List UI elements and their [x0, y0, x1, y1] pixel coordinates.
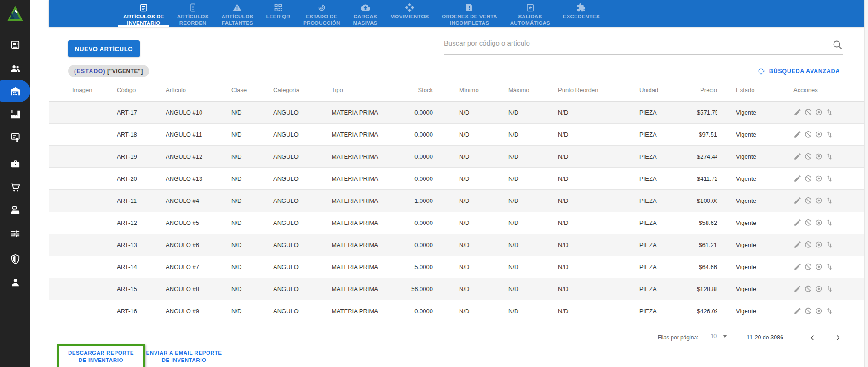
cell-imagen	[49, 234, 117, 256]
tab-leer-qr[interactable]: LEER QR	[259, 0, 297, 27]
edit-pencil-icon[interactable]	[793, 196, 802, 205]
next-page-button[interactable]	[833, 333, 843, 343]
cell-codigo: ART-16	[117, 300, 166, 322]
view-details-icon[interactable]	[815, 307, 823, 315]
cell-punto-reorden: N/D	[558, 256, 639, 278]
cell-estado: Vigente	[717, 256, 777, 278]
view-details-icon[interactable]	[815, 263, 823, 271]
cell-stock: 56.0000	[411, 278, 433, 300]
edit-pencil-icon[interactable]	[793, 152, 802, 161]
tab-label: SALIDAS AUTOMÁTICAS	[510, 13, 550, 27]
warehouse-icon	[10, 86, 21, 97]
table-row: ART-14 ANGULO #7 N/D ANGULO MATERIA PRIM…	[49, 256, 864, 278]
cell-clase: N/D	[231, 189, 273, 212]
swap-vertical-icon[interactable]	[825, 263, 834, 271]
view-details-icon[interactable]	[815, 174, 823, 183]
scrollbar-track[interactable]	[864, 0, 868, 367]
swap-vertical-icon[interactable]	[825, 174, 834, 183]
edit-pencil-icon[interactable]	[793, 263, 802, 271]
sidebar-item-production[interactable]	[0, 104, 30, 124]
view-details-icon[interactable]	[815, 152, 823, 161]
view-details-icon[interactable]	[815, 285, 823, 293]
sidebar-item-portfolio[interactable]	[0, 154, 30, 174]
view-details-icon[interactable]	[815, 108, 823, 116]
swap-vertical-icon[interactable]	[825, 285, 834, 293]
cell-punto-reorden: N/D	[558, 234, 639, 256]
delete-disabled-icon[interactable]	[804, 218, 812, 227]
download-report-link[interactable]: DESCARGAR REPORTE DE INVENTARIO	[68, 350, 134, 364]
cell-minimo: N/D	[433, 212, 508, 234]
view-details-icon[interactable]	[815, 241, 823, 249]
sidebar-item-settings[interactable]	[0, 224, 30, 244]
cell-clase: N/D	[231, 167, 273, 189]
tab-cargas-masivas[interactable]: CARGAS MASIVAS	[347, 0, 384, 27]
sidebar-item-sales[interactable]	[0, 177, 30, 197]
tab-salidas-automaticas[interactable]: SALIDAS AUTOMÁTICAS	[504, 0, 557, 27]
view-details-icon[interactable]	[815, 196, 823, 205]
sidebar-item-certificates[interactable]	[0, 127, 30, 147]
edit-pencil-icon[interactable]	[793, 307, 802, 315]
sidebar-item-news-feed[interactable]	[0, 34, 30, 55]
cell-articulo: ANGULO #11	[166, 123, 231, 145]
view-details-icon[interactable]	[815, 130, 823, 138]
tab-movimientos[interactable]: MOVIMIENTOS	[384, 0, 436, 27]
swap-vertical-icon[interactable]	[825, 307, 834, 315]
delete-disabled-icon[interactable]	[804, 152, 812, 161]
new-article-button[interactable]: NUEVO ARTÍCULO	[68, 40, 140, 57]
tab-label: ARTÍCULOS FALTANTES	[222, 13, 253, 27]
cell-unidad: PIEZA	[639, 123, 697, 145]
swap-vertical-icon[interactable]	[825, 196, 834, 205]
swap-vertical-icon[interactable]	[825, 152, 834, 161]
edit-pencil-icon[interactable]	[793, 174, 802, 183]
search-input[interactable]	[444, 33, 843, 54]
sidebar-item-point-of-sale[interactable]	[0, 200, 30, 220]
tab-articulos-reorden[interactable]: ARTÍCULOS REORDEN	[171, 0, 215, 27]
delete-disabled-icon[interactable]	[804, 241, 812, 249]
view-details-icon[interactable]	[815, 218, 823, 227]
delete-disabled-icon[interactable]	[804, 108, 812, 116]
rows-per-page-select[interactable]: 10	[710, 333, 727, 342]
tab-articulos-faltantes[interactable]: ARTÍCULOS FALTANTES	[215, 0, 260, 27]
advanced-search-link[interactable]: BÚSQUEDA AVANZADA	[757, 67, 840, 75]
cell-maximo: N/D	[508, 167, 558, 189]
cell-clase: N/D	[231, 101, 273, 123]
swap-vertical-icon[interactable]	[825, 130, 834, 138]
delete-disabled-icon[interactable]	[804, 130, 812, 138]
tab-estado-de-produccion[interactable]: ESTADO DE PRODUCCIÓN	[297, 0, 347, 27]
delete-disabled-icon[interactable]	[804, 285, 812, 293]
sidebar-item-customers[interactable]	[0, 58, 30, 78]
cell-stock: 0.0000	[411, 145, 433, 167]
cell-imagen	[49, 101, 117, 123]
chevron-left-icon	[809, 334, 816, 341]
estado-filter-chip[interactable]: (ESTADO) ["VIGENTE"]	[68, 65, 149, 77]
delete-disabled-icon[interactable]	[804, 174, 812, 183]
email-report-link[interactable]: ENVIAR A EMAIL REPORTE DE INVENTARIO	[143, 350, 225, 364]
delete-disabled-icon[interactable]	[804, 196, 812, 205]
swap-vertical-icon[interactable]	[825, 218, 834, 227]
sidebar-item-security[interactable]	[0, 249, 30, 269]
previous-page-button[interactable]	[807, 333, 817, 343]
tab-excedentes[interactable]: EXCEDENTES	[557, 0, 606, 27]
sidebar-item-profile[interactable]	[0, 272, 30, 292]
cash-register-icon	[10, 205, 21, 216]
cell-acciones	[777, 101, 864, 123]
edit-pencil-icon[interactable]	[793, 241, 802, 249]
delete-disabled-icon[interactable]	[804, 263, 812, 271]
tab-ordenes-de-venta-incompletas[interactable]: ORDENES DE VENTA INCOMPLETAS	[435, 0, 504, 27]
cell-tipo: MATERIA PRIMA	[332, 278, 411, 300]
edit-pencil-icon[interactable]	[793, 218, 802, 227]
edit-pencil-icon[interactable]	[793, 108, 802, 116]
cell-punto-reorden: N/D	[558, 167, 639, 189]
edit-pencil-icon[interactable]	[793, 130, 802, 138]
swap-vertical-icon[interactable]	[825, 241, 834, 249]
tab-articulos-de-inventario[interactable]: ARTÍCULOS DE INVENTARIO	[117, 0, 171, 27]
delete-disabled-icon[interactable]	[804, 307, 812, 315]
cell-articulo: ANGULO #6	[166, 234, 231, 256]
swap-vertical-icon[interactable]	[825, 108, 834, 116]
sidebar-item-inventory[interactable]	[0, 81, 30, 101]
cell-categoria: ANGULO	[273, 300, 332, 322]
search-icon[interactable]	[832, 40, 843, 51]
qr-code-icon	[273, 3, 283, 12]
edit-pencil-icon[interactable]	[793, 285, 802, 293]
cell-acciones	[777, 189, 864, 212]
